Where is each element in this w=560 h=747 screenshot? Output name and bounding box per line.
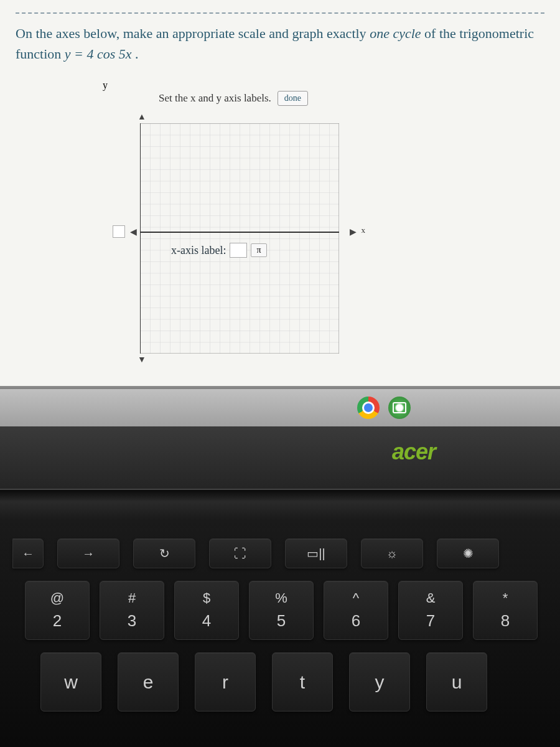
- done-button[interactable]: done: [278, 91, 308, 106]
- refresh-icon: ↻: [159, 546, 170, 561]
- key-symbol: *: [503, 590, 508, 606]
- key-digit: 2: [53, 611, 62, 631]
- key-7[interactable]: & 7: [398, 581, 463, 640]
- key-6[interactable]: ^ 6: [324, 581, 388, 640]
- axes-container[interactable]: ▲ ▼ ◀ ▶ x x-axis label: π: [128, 111, 352, 360]
- fn-key-forward[interactable]: →: [57, 538, 119, 568]
- laptop-brand-logo: acer: [392, 439, 436, 465]
- key-symbol: &: [426, 590, 436, 606]
- key-4[interactable]: $ 4: [174, 581, 239, 640]
- question-prompt: On the axes below, make an appropriate s…: [16, 23, 544, 64]
- fn-key-overview[interactable]: ▭||: [285, 538, 347, 568]
- forward-arrow-icon: →: [82, 547, 95, 561]
- key-5[interactable]: % 5: [249, 581, 314, 640]
- key-symbol: $: [203, 590, 210, 606]
- x-arrow-left-icon: ◀: [130, 227, 137, 237]
- x-axis-label-prompt: x-axis label:: [171, 244, 226, 257]
- key-symbol: %: [275, 590, 287, 606]
- back-arrow-icon: ←: [22, 547, 34, 561]
- key-digit: 7: [426, 611, 435, 631]
- key-symbol: @: [50, 590, 64, 606]
- key-digit: 4: [202, 611, 211, 631]
- key-w[interactable]: w: [40, 652, 101, 712]
- fn-key-brightness-up[interactable]: ✺: [437, 538, 499, 568]
- svg-rect-0: [140, 123, 339, 354]
- key-letter: e: [143, 672, 154, 693]
- brightness-up-icon: ✺: [463, 546, 474, 561]
- fullscreen-icon: ⛶: [234, 547, 246, 561]
- equation-lhs: y: [65, 46, 71, 62]
- y-arrow-up-icon: ▲: [138, 112, 146, 122]
- chrome-icon: [357, 397, 380, 419]
- key-t[interactable]: t: [272, 652, 333, 712]
- equation-eq: =: [74, 46, 86, 62]
- keyboard: ← → ↻ ⛶ ▭|| ☼ ✺ @ 2 # 3 $ 4: [0, 520, 560, 747]
- number-key-row: @ 2 # 3 $ 4 % 5 ^ 6 & 7 * 8: [6, 581, 554, 640]
- key-digit: 3: [128, 611, 136, 631]
- x-axis-value-input[interactable]: [230, 243, 247, 258]
- key-8[interactable]: * 8: [473, 581, 538, 640]
- key-symbol: ^: [353, 590, 359, 606]
- section-divider: [16, 12, 544, 14]
- fn-key-refresh[interactable]: ↻: [133, 538, 195, 568]
- below-screen-strip: [0, 389, 560, 426]
- x-axis-label-row: x-axis label: π: [171, 243, 267, 258]
- x-arrow-right-icon: ▶: [350, 227, 357, 237]
- graph-instruction: Set the x and y axis labels.: [159, 92, 271, 105]
- y-tick-input[interactable]: [113, 225, 125, 238]
- key-letter: t: [300, 672, 305, 693]
- key-letter: y: [375, 672, 385, 693]
- key-letter: w: [64, 672, 78, 693]
- screen-content: On the axes below, make an appropriate s…: [0, 0, 560, 386]
- grid-svg[interactable]: [140, 123, 339, 354]
- key-digit: 6: [352, 611, 360, 631]
- equation-rhs: 4 cos 5x: [86, 46, 131, 62]
- camera-icon: [388, 397, 411, 419]
- graph-widget: y Set the x and y axis labels. done ▲ ▼ …: [103, 80, 364, 360]
- key-r[interactable]: r: [195, 652, 256, 712]
- y-axis-label: y: [103, 80, 108, 90]
- question-emphasis: one cycle: [370, 26, 421, 41]
- fn-key-brightness-down[interactable]: ☼: [361, 538, 423, 568]
- graph-header: Set the x and y axis labels. done: [103, 91, 364, 106]
- key-symbol: #: [128, 590, 136, 606]
- x-axis-label: x: [362, 225, 366, 235]
- overview-icon: ▭||: [307, 546, 325, 561]
- key-digit: 5: [277, 611, 286, 631]
- key-letter: r: [222, 672, 228, 693]
- pi-button[interactable]: π: [251, 243, 266, 257]
- qwerty-key-row: w e r t y u: [6, 652, 554, 712]
- fn-key-row: ← → ↻ ⛶ ▭|| ☼ ✺: [6, 538, 554, 568]
- key-2[interactable]: @ 2: [25, 581, 90, 640]
- brightness-down-icon: ☼: [386, 547, 398, 561]
- key-u[interactable]: u: [426, 652, 487, 712]
- key-digit: 8: [501, 611, 510, 631]
- fn-key-fullscreen[interactable]: ⛶: [209, 538, 271, 568]
- key-3[interactable]: # 3: [100, 581, 164, 640]
- laptop-hinge: [0, 489, 560, 520]
- key-e[interactable]: e: [118, 652, 179, 712]
- question-text-prefix: On the axes below, make an appropriate s…: [16, 26, 370, 41]
- equation-period: .: [135, 46, 139, 62]
- key-letter: u: [452, 672, 462, 693]
- y-arrow-down-icon: ▼: [138, 355, 146, 365]
- laptop-bezel: acer: [0, 426, 560, 520]
- key-y[interactable]: y: [349, 652, 410, 712]
- fn-key-back[interactable]: ←: [12, 538, 44, 568]
